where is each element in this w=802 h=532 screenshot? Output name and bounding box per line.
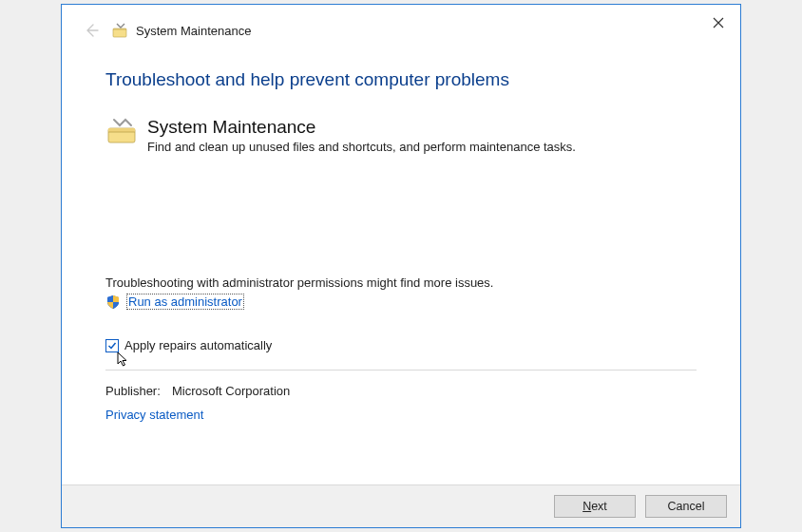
auto-repair-checkbox[interactable] xyxy=(105,339,119,352)
arrow-left-icon xyxy=(84,23,99,38)
system-maintenance-icon xyxy=(111,22,128,39)
privacy-statement-link[interactable]: Privacy statement xyxy=(105,408,203,422)
auto-repair-label: Apply repairs automatically xyxy=(124,338,272,352)
main-heading: Troubleshoot and help prevent computer p… xyxy=(105,69,697,90)
svg-rect-2 xyxy=(108,128,135,132)
publisher-label: Publisher: xyxy=(105,384,172,398)
admin-permissions-note: Troubleshooting with administrator permi… xyxy=(105,276,697,290)
next-button[interactable]: Next xyxy=(554,495,636,518)
troubleshooter-window: System Maintenance Troubleshoot and help… xyxy=(61,4,741,528)
publisher-row: Publisher: Microsoft Corporation xyxy=(105,384,697,398)
section-block: System Maintenance Find and clean up unu… xyxy=(105,117,697,154)
cancel-button[interactable]: Cancel xyxy=(645,495,727,518)
auto-repair-row: Apply repairs automatically xyxy=(105,338,697,352)
publisher-value: Microsoft Corporation xyxy=(172,384,290,398)
maintenance-large-icon xyxy=(105,117,138,145)
shield-icon xyxy=(105,294,121,310)
check-icon xyxy=(107,341,117,351)
run-as-admin-row: Run as administrator xyxy=(105,294,697,310)
close-icon xyxy=(713,17,724,28)
run-as-admin-link[interactable]: Run as administrator xyxy=(126,294,244,310)
header: System Maintenance xyxy=(62,5,740,43)
back-button xyxy=(83,22,100,39)
window-title: System Maintenance xyxy=(136,24,251,38)
footer: Next Cancel xyxy=(62,484,740,527)
close-button[interactable] xyxy=(708,12,729,33)
section-description: Find and clean up unused files and short… xyxy=(147,140,576,154)
section-heading: System Maintenance xyxy=(147,117,576,138)
svg-rect-0 xyxy=(113,28,126,37)
cursor-icon xyxy=(117,352,130,369)
divider xyxy=(105,370,697,370)
content: Troubleshoot and help prevent computer p… xyxy=(62,43,740,484)
